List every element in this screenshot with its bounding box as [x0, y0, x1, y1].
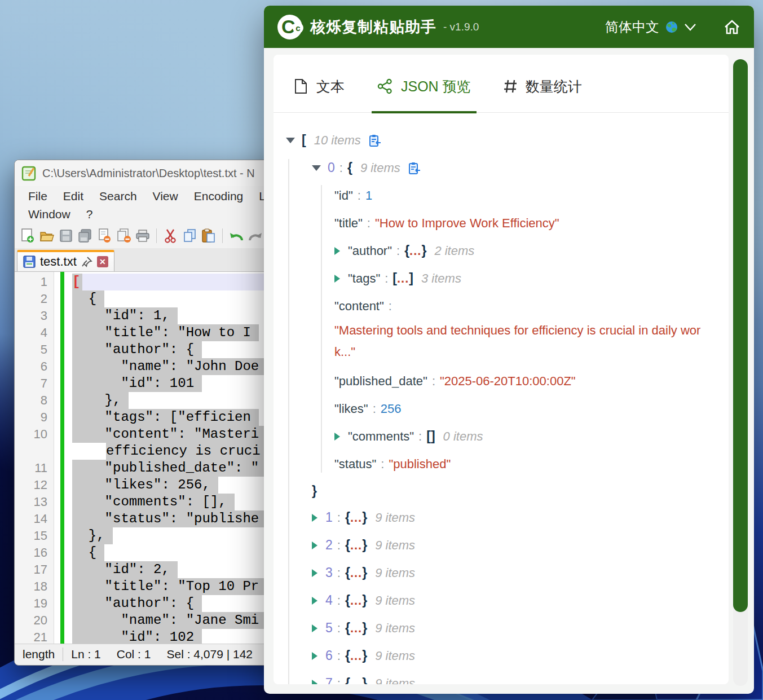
menu-?[interactable]: ? [78, 208, 101, 221]
open-file-icon[interactable] [38, 227, 55, 244]
colon: : [363, 216, 375, 231]
items-count: 0 items [443, 429, 483, 444]
paste-icon[interactable] [200, 227, 217, 244]
print-icon[interactable] [134, 227, 151, 244]
field-key: "status" [334, 457, 376, 472]
field-value: "2025-06-20T10:00:00Z" [440, 374, 576, 389]
badge-open: [ [426, 429, 431, 444]
collapsed-item-row: 5 : {...} 9 items [286, 614, 713, 642]
field-published-date-row: "published_date" : "2025-06-20T10:00:00Z… [286, 367, 713, 395]
tab-text[interactable]: 文本 [294, 74, 345, 99]
field-status-row: "status" : "published" [286, 450, 713, 478]
tab-count-stats[interactable]: 数量统计 [504, 74, 582, 99]
line-number: 8 [15, 392, 47, 409]
save-icon[interactable] [58, 227, 74, 244]
menu-edit[interactable]: Edit [55, 190, 91, 203]
badge-close: } [362, 676, 367, 684]
badge-dots: ... [350, 676, 362, 685]
collapse-arrow-icon[interactable] [312, 165, 321, 171]
close-file-icon[interactable] [96, 227, 113, 244]
undo-icon[interactable] [228, 227, 245, 244]
line-number: 17 [15, 561, 47, 578]
content-card: 文本 JSON 预览 数量统计 [274, 55, 729, 684]
language-selector-label[interactable]: 简体中文 [605, 18, 659, 36]
root-bracket: [ [302, 133, 306, 148]
expand-arrow-icon[interactable] [312, 680, 317, 685]
badge-close: } [362, 510, 367, 525]
redo-icon[interactable] [247, 227, 264, 244]
collapsed-items: 1 : {...} 9 items 2 : {...} 9 items 3 : … [286, 504, 713, 684]
field-key: "title" [334, 216, 363, 231]
globe-icon [665, 20, 678, 34]
expand-arrow-icon[interactable] [312, 569, 317, 577]
home-icon[interactable] [724, 19, 740, 35]
expand-arrow-icon[interactable] [312, 624, 317, 632]
line-text: "name": "Jane Smi [72, 612, 267, 629]
line-number: 16 [15, 544, 47, 561]
menu-file[interactable]: File [20, 190, 55, 203]
colon: : [392, 244, 404, 258]
collapsed-item-row: 3 : {...} 9 items [286, 559, 713, 587]
field-author-row: "author" : {...} 2 items [286, 237, 713, 265]
menu-view[interactable]: View [145, 190, 186, 203]
line-text: "author": { [72, 341, 202, 358]
copy-json-icon[interactable] [368, 134, 381, 147]
line-text: "name": "John Doe [72, 358, 267, 375]
line-number: 13 [15, 494, 47, 510]
colon: : [414, 429, 426, 444]
item0-items-count: 9 items [360, 161, 400, 175]
tab-filename: test.txt [40, 254, 77, 269]
root-items-count: 10 items [314, 133, 361, 148]
expand-arrow-icon[interactable] [312, 652, 317, 660]
menu-search[interactable]: Search [91, 190, 145, 203]
pin-icon[interactable] [81, 256, 92, 267]
field-key: "tags" [348, 271, 380, 286]
colon: : [335, 161, 347, 175]
tab-json-label: JSON 预览 [401, 77, 471, 96]
tab-text-label: 文本 [316, 77, 345, 96]
expand-arrow-icon[interactable] [312, 514, 317, 522]
badge-open: { [345, 620, 350, 636]
new-file-icon[interactable] [19, 227, 36, 244]
menu-encoding[interactable]: Encoding [186, 190, 252, 203]
expand-arrow-icon[interactable] [312, 541, 317, 549]
save-all-icon[interactable] [77, 227, 94, 244]
field-value: "How to Improve Work Efficiency" [375, 216, 559, 231]
expand-arrow-icon[interactable] [312, 597, 317, 605]
line-text: { [72, 290, 104, 307]
line-text: }, [72, 527, 113, 544]
item-index: 7 [325, 676, 333, 684]
copy-json-icon[interactable] [407, 161, 421, 175]
assistant-tabs: 文本 JSON 预览 数量统计 [274, 55, 729, 113]
colon: : [333, 510, 345, 525]
line-text: { [72, 544, 104, 561]
collapsed-item-row: 6 : {...} 9 items [286, 642, 713, 670]
field-tags-row: "tags" : [...] 3 items [286, 265, 713, 292]
app-title: 核烁复制粘贴助手 [310, 17, 436, 37]
field-likes-row: "likes" : 256 [286, 395, 713, 422]
scrollbar-thumb[interactable] [733, 59, 748, 612]
expand-arrow-icon[interactable] [334, 433, 340, 441]
badge-close: ] [431, 429, 435, 444]
colon: : [333, 676, 345, 685]
field-title-row: "title" : "How to Improve Work Efficienc… [286, 209, 713, 237]
status-line: Ln : 1 [63, 648, 109, 661]
line-number: 20 [15, 612, 47, 629]
badge-dots: ... [350, 593, 362, 608]
chevron-down-icon[interactable] [684, 23, 696, 31]
close-all-icon[interactable] [115, 227, 132, 244]
tab-close-icon[interactable]: ✕ [97, 256, 108, 267]
item0-close-row: } [286, 478, 713, 504]
menu-window[interactable]: Window [20, 208, 78, 221]
copy-icon[interactable] [181, 227, 198, 244]
line-text: "content": "Masteri [72, 426, 267, 443]
cut-icon[interactable] [162, 227, 179, 244]
line-number: 11 [15, 460, 47, 477]
expand-arrow-icon[interactable] [334, 275, 340, 283]
collapse-arrow-icon[interactable] [286, 138, 295, 143]
line-number: 14 [15, 510, 47, 527]
tab-json-preview[interactable]: JSON 预览 [377, 74, 471, 99]
tab-test-txt[interactable]: test.txt ✕ [17, 250, 114, 271]
line-number: 12 [15, 477, 47, 494]
expand-arrow-icon[interactable] [334, 247, 340, 255]
